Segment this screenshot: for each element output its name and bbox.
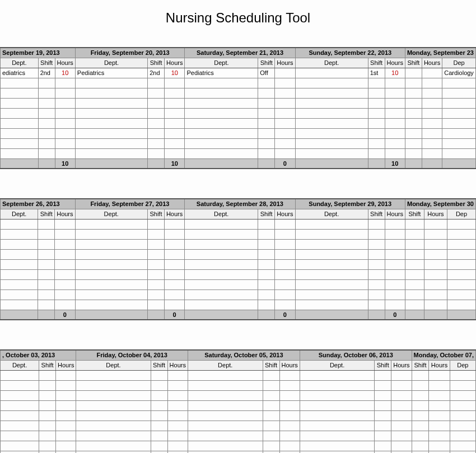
hours-cell[interactable] bbox=[279, 410, 300, 421]
shift-cell[interactable] bbox=[39, 451, 56, 453]
hours-cell[interactable] bbox=[385, 229, 405, 239]
shift-cell[interactable] bbox=[147, 279, 164, 289]
shift-cell[interactable] bbox=[405, 98, 422, 108]
dept-cell[interactable] bbox=[188, 410, 263, 421]
hours-cell[interactable] bbox=[391, 400, 412, 410]
hours-cell[interactable] bbox=[279, 451, 300, 453]
dept-cell[interactable] bbox=[295, 289, 368, 300]
hours-cell[interactable] bbox=[56, 431, 76, 441]
shift-cell[interactable] bbox=[263, 380, 279, 390]
dept-cell[interactable] bbox=[442, 88, 476, 98]
hours-cell[interactable] bbox=[167, 400, 188, 410]
hours-cell[interactable] bbox=[385, 128, 405, 138]
dept-cell[interactable] bbox=[442, 98, 476, 108]
hours-cell[interactable] bbox=[385, 269, 405, 279]
hours-cell[interactable] bbox=[385, 138, 405, 148]
dept-cell[interactable] bbox=[75, 88, 147, 98]
dept-cell[interactable] bbox=[76, 431, 151, 441]
shift-cell[interactable] bbox=[151, 380, 167, 390]
hours-cell[interactable] bbox=[385, 300, 405, 310]
shift-cell[interactable] bbox=[368, 259, 385, 269]
shift-cell[interactable] bbox=[39, 431, 56, 441]
shift-cell[interactable] bbox=[39, 390, 56, 400]
shift-cell[interactable] bbox=[258, 148, 275, 158]
hours-cell[interactable] bbox=[275, 259, 295, 269]
dept-cell[interactable] bbox=[300, 370, 374, 380]
shift-cell[interactable] bbox=[258, 108, 275, 118]
dept-cell[interactable] bbox=[75, 118, 147, 128]
hours-cell[interactable] bbox=[56, 410, 76, 421]
hours-cell[interactable] bbox=[391, 421, 412, 431]
shift-cell[interactable] bbox=[148, 118, 165, 128]
dept-cell[interactable] bbox=[1, 380, 39, 390]
dept-cell[interactable] bbox=[300, 421, 374, 431]
shift-cell[interactable] bbox=[368, 249, 385, 259]
shift-cell[interactable] bbox=[405, 289, 424, 300]
dept-cell[interactable] bbox=[188, 370, 263, 380]
dept-cell[interactable] bbox=[1, 300, 38, 310]
hours-cell[interactable] bbox=[167, 421, 188, 431]
shift-cell[interactable] bbox=[151, 390, 167, 400]
hours-cell[interactable] bbox=[275, 88, 295, 98]
shift-cell[interactable] bbox=[39, 421, 56, 431]
hours-cell[interactable] bbox=[391, 390, 412, 400]
dept-cell[interactable]: ediatrics bbox=[1, 68, 39, 78]
shift-cell[interactable] bbox=[405, 249, 424, 259]
shift-cell[interactable] bbox=[38, 128, 55, 138]
shift-cell[interactable] bbox=[258, 88, 275, 98]
hours-cell[interactable] bbox=[279, 441, 300, 451]
shift-cell[interactable] bbox=[147, 300, 164, 310]
hours-cell[interactable] bbox=[275, 68, 295, 78]
dept-cell[interactable] bbox=[447, 300, 476, 310]
hours-cell[interactable] bbox=[55, 259, 75, 269]
dept-cell[interactable] bbox=[76, 380, 151, 390]
shift-cell[interactable] bbox=[258, 269, 275, 279]
shift-cell[interactable] bbox=[39, 410, 56, 421]
dept-cell[interactable] bbox=[185, 239, 258, 249]
shift-cell[interactable] bbox=[38, 138, 55, 148]
dept-cell[interactable] bbox=[1, 88, 39, 98]
hours-cell[interactable] bbox=[165, 98, 185, 108]
dept-cell[interactable] bbox=[76, 370, 151, 380]
dept-cell[interactable] bbox=[76, 421, 151, 431]
dept-cell[interactable] bbox=[1, 98, 39, 108]
dept-cell[interactable] bbox=[295, 128, 368, 138]
shift-cell[interactable] bbox=[375, 421, 391, 431]
shift-cell[interactable] bbox=[258, 239, 275, 249]
dept-cell[interactable] bbox=[75, 229, 147, 239]
dept-cell[interactable] bbox=[450, 431, 475, 441]
hours-cell[interactable] bbox=[55, 219, 75, 229]
shift-cell[interactable] bbox=[147, 219, 164, 229]
hours-cell[interactable] bbox=[279, 431, 300, 441]
shift-cell[interactable] bbox=[375, 390, 391, 400]
dept-cell[interactable] bbox=[442, 128, 476, 138]
shift-cell[interactable] bbox=[38, 269, 55, 279]
dept-cell[interactable] bbox=[300, 431, 374, 441]
hours-cell[interactable] bbox=[385, 259, 405, 269]
shift-cell[interactable] bbox=[39, 441, 56, 451]
shift-cell[interactable]: 1st bbox=[368, 68, 385, 78]
hours-cell[interactable] bbox=[422, 138, 442, 148]
dept-cell[interactable] bbox=[450, 421, 475, 431]
hours-cell[interactable] bbox=[424, 249, 447, 259]
hours-cell[interactable] bbox=[275, 289, 295, 300]
hours-cell[interactable] bbox=[275, 128, 295, 138]
dept-cell[interactable] bbox=[75, 108, 147, 118]
shift-cell[interactable] bbox=[263, 431, 279, 441]
hours-cell[interactable] bbox=[424, 259, 447, 269]
shift-cell[interactable] bbox=[38, 239, 55, 249]
shift-cell[interactable] bbox=[38, 148, 55, 158]
hours-cell[interactable] bbox=[275, 249, 295, 259]
hours-cell[interactable] bbox=[167, 451, 188, 453]
hours-cell[interactable] bbox=[275, 229, 295, 239]
hours-cell[interactable] bbox=[165, 108, 185, 118]
hours-cell[interactable] bbox=[55, 138, 75, 148]
shift-cell[interactable] bbox=[38, 78, 55, 88]
dept-cell[interactable]: Cardiology bbox=[442, 68, 476, 78]
shift-cell[interactable] bbox=[405, 229, 424, 239]
hours-cell[interactable] bbox=[165, 138, 185, 148]
dept-cell[interactable] bbox=[185, 88, 258, 98]
hours-cell[interactable] bbox=[429, 400, 450, 410]
hours-cell[interactable] bbox=[424, 229, 447, 239]
hours-cell[interactable] bbox=[424, 279, 447, 289]
